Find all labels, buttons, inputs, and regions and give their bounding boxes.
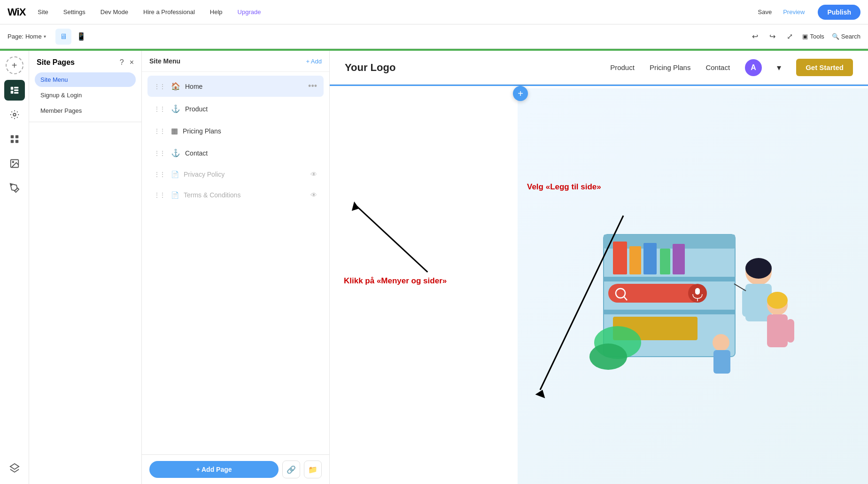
publish-button[interactable]: Publish (818, 5, 860, 20)
svg-rect-27 (695, 288, 700, 295)
drag-handle-icon: ⋮⋮ (154, 128, 165, 134)
desktop-device-btn[interactable]: 🖥 (55, 29, 71, 45)
tools-button[interactable]: ▣ Tools (802, 33, 824, 40)
site-pages-panel: Site Pages ? × Site Menu Signup & Login … (29, 51, 142, 484)
pages-menu-button[interactable] (4, 80, 25, 101)
svg-point-31 (745, 258, 772, 279)
svg-point-11 (12, 161, 14, 163)
svg-rect-19 (629, 246, 641, 274)
save-button[interactable]: Save (758, 8, 772, 16)
search-button[interactable]: 🔍 Search (832, 33, 860, 40)
nav-devmode[interactable]: Dev Mode (98, 7, 131, 17)
canvas-area: Your Logo Product Pricing Plans Contact … (330, 51, 868, 484)
svg-rect-37 (767, 314, 788, 347)
redo-button[interactable]: ↪ (767, 30, 777, 43)
wix-logo: WiX (8, 6, 25, 18)
avatar-chevron-icon[interactable]: ▾ (777, 62, 781, 73)
layout-icon: ▣ (802, 33, 808, 40)
svg-point-44 (589, 343, 627, 370)
get-started-button[interactable]: Get Started (796, 59, 853, 76)
pricing-icon: ▦ (171, 126, 178, 135)
svg-point-5 (13, 113, 16, 116)
panel-header: Site Pages ? × (29, 51, 141, 72)
svg-rect-4 (14, 92, 18, 94)
menu-item-product[interactable]: ⋮⋮ ⚓ Product (147, 99, 324, 119)
menu-panel-footer: + Add Page 🔗 📁 (142, 454, 329, 484)
svg-rect-8 (10, 140, 13, 143)
link-icon-button[interactable]: 🔗 (282, 461, 300, 478)
menu-item-privacy[interactable]: ⋮⋮ 📄 Privacy Policy 👁 (147, 165, 324, 184)
menu-item-terms[interactable]: ⋮⋮ 📄 Terms & Conditions 👁 (147, 186, 324, 204)
menu-item-pricing[interactable]: ⋮⋮ ▦ Pricing Plans (147, 121, 324, 141)
website-blue-bar (330, 85, 868, 86)
add-page-button[interactable]: + Add Page (149, 461, 279, 478)
toolbar-right: ↩ ↪ ⤢ ▣ Tools 🔍 Search (750, 30, 860, 43)
anchor-icon: ⚓ (171, 104, 180, 113)
menu-item-home[interactable]: ⋮⋮ 🏠 Home ••• (147, 76, 324, 97)
drag-handle-icon: ⋮⋮ (154, 83, 165, 90)
nav-signup-login[interactable]: Signup & Login (35, 88, 136, 102)
annotation-click-menus: Klikk på «Menyer og sider» (344, 276, 447, 334)
svg-rect-18 (613, 242, 627, 274)
top-nav: WiX Site Settings Dev Mode Hire a Profes… (0, 0, 868, 24)
panel-title: Site Pages (37, 58, 75, 67)
privacy-label: Privacy Policy (184, 171, 306, 178)
media-button[interactable] (4, 153, 25, 174)
contact-label: Contact (185, 149, 317, 157)
menu-panel-header: Site Menu + Add (142, 51, 329, 72)
page-name: Home (25, 33, 42, 40)
close-icon[interactable]: × (130, 58, 134, 67)
add-page-link-button[interactable]: + Add (306, 58, 322, 65)
blog-button[interactable] (4, 178, 25, 198)
help-icon[interactable]: ? (120, 58, 124, 67)
main-layout: + Site Pages ? × Site Menu (0, 51, 868, 484)
nav-help[interactable]: Help (207, 7, 225, 17)
folder-icon-button[interactable]: 📁 (304, 461, 322, 478)
nav-site-menu[interactable]: Site Menu (35, 72, 136, 87)
eye-off-icon[interactable]: 👁 (310, 171, 317, 178)
website-contact-link[interactable]: Contact (705, 63, 730, 71)
contact-icon: ⚓ (171, 148, 180, 157)
svg-line-34 (734, 284, 746, 291)
fit-screen-button[interactable]: ⤢ (785, 30, 795, 43)
apps-button[interactable] (4, 129, 25, 149)
canvas-add-button[interactable]: + (513, 86, 528, 101)
svg-rect-0 (10, 87, 13, 90)
website-product-link[interactable]: Product (610, 63, 635, 71)
device-selector: 🖥 📱 (55, 29, 89, 45)
search-icon: 🔍 (832, 33, 839, 40)
menu-panel-title: Site Menu (149, 57, 180, 65)
pricing-label: Pricing Plans (183, 127, 317, 135)
left-sidebar: + (0, 51, 29, 484)
website-nav: Your Logo Product Pricing Plans Contact … (330, 51, 868, 85)
panel-header-icons: ? × (120, 58, 134, 67)
nav-site[interactable]: Site (35, 7, 51, 17)
eye-off-icon-2[interactable]: 👁 (310, 191, 317, 199)
doc-icon: 📄 (171, 171, 179, 178)
svg-point-36 (767, 292, 788, 309)
mobile-device-btn[interactable]: 📱 (73, 29, 89, 45)
design-button[interactable] (4, 104, 25, 125)
nav-settings[interactable]: Settings (61, 7, 88, 17)
nav-member-pages[interactable]: Member Pages (35, 103, 136, 118)
svg-rect-22 (673, 244, 685, 274)
menu-item-contact[interactable]: ⋮⋮ ⚓ Contact (147, 143, 324, 163)
add-element-button[interactable]: + (6, 56, 23, 74)
page-dropdown-icon[interactable]: ▾ (44, 34, 46, 39)
drag-handle-icon: ⋮⋮ (154, 192, 165, 198)
svg-rect-21 (660, 249, 670, 274)
doc-icon-2: 📄 (171, 191, 179, 199)
undo-button[interactable]: ↩ (750, 30, 760, 43)
preview-button[interactable]: Preview (783, 8, 805, 16)
layers-button[interactable] (4, 458, 25, 478)
nav-upgrade[interactable]: Upgrade (235, 7, 264, 17)
svg-rect-17 (604, 310, 735, 314)
home-label: Home (185, 83, 303, 90)
annotation-add-page: Velg «Legg til side» (527, 182, 601, 192)
svg-rect-3 (10, 91, 13, 94)
svg-rect-16 (604, 277, 735, 281)
more-options-icon[interactable]: ••• (308, 81, 317, 91)
nav-hire[interactable]: Hire a Professional (140, 7, 198, 17)
terms-label: Terms & Conditions (184, 191, 306, 199)
website-pricing-link[interactable]: Pricing Plans (650, 63, 691, 71)
